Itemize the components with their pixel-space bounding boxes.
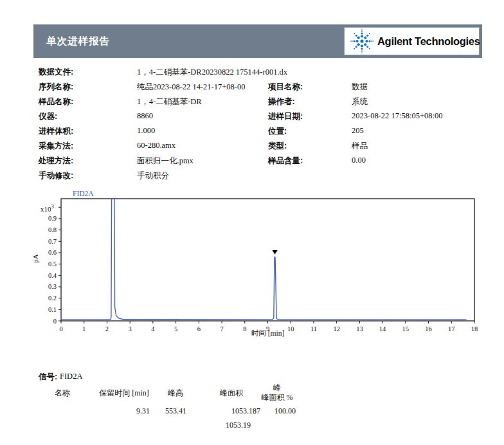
x-axis-title: 时间 [min] — [61, 329, 474, 338]
report-header-bar: 单次进样报告 Agilent Technologi — [33, 24, 482, 58]
value-proc-method: 面积归一化.pmx — [137, 156, 194, 167]
svg-text:0.5: 0.5 — [48, 260, 57, 268]
cell-peak-area-percent: 100.00 — [251, 406, 296, 416]
label-data-file: 数据文件: — [39, 67, 73, 78]
col-header-peak-height: 峰高 — [154, 388, 197, 399]
agilent-logo: Agilent Technologies — [344, 27, 480, 55]
value-operator: 系统 — [352, 96, 368, 107]
col-header-retention-time: 保留时间 [min] — [82, 388, 166, 399]
chromatogram-plot: 012345678910111213141516171800.10.20.30.… — [33, 188, 483, 342]
label-sequence-name: 序列名称: — [39, 82, 73, 93]
svg-text:0.1: 0.1 — [48, 306, 57, 313]
value-instrument: 8860 — [137, 111, 153, 121]
svg-text:0.3: 0.3 — [48, 283, 57, 290]
value-project-name: 数据 — [352, 82, 368, 93]
value-sequence-name: 纯品2023-08-22 14-21-17+08-00 — [137, 82, 246, 93]
report-page: 单次进样报告 Agilent Technologi — [0, 0, 504, 445]
label-operator: 操作者: — [268, 96, 295, 107]
value-sample-name: 1，4-二硝基苯-DR — [137, 96, 202, 107]
col-header-peak-area: 峰面积 — [209, 388, 254, 399]
value-manual-modification: 手动积分 — [137, 170, 169, 181]
value-injection-date: 2023-08-22 17:58:05+08:00 — [352, 111, 442, 121]
label-instrument: 仪器: — [39, 111, 57, 122]
value-data-file: 1，4-二硝基苯-DR20230822 175144-r001.dx — [137, 67, 287, 78]
col-header-name: 名称 — [46, 388, 78, 399]
label-sample-name: 样品名称: — [39, 96, 73, 107]
report-title: 单次进样报告 — [46, 24, 110, 58]
value-type: 样品 — [352, 141, 368, 152]
cell-peak-height: 553.41 — [135, 406, 186, 416]
col-header-peak-area-percent: 峰 峰面积 % — [249, 383, 305, 402]
brand-name: Agilent Technologies — [377, 35, 480, 48]
svg-text:0.7: 0.7 — [48, 238, 57, 245]
label-acq-method: 采集方法: — [39, 141, 73, 152]
label-sample-amount: 样品含量: — [268, 156, 303, 167]
value-injection-volume: 1.000 — [137, 126, 155, 136]
label-injection-volume: 进样体积: — [39, 126, 73, 137]
value-sample-amount: 0.00 — [352, 156, 366, 165]
label-proc-method: 处理方法: — [39, 156, 73, 167]
svg-text:0.4: 0.4 — [48, 272, 57, 279]
cell-peak-area-total: 1053.19 — [204, 421, 251, 430]
label-type: 类型: — [268, 141, 287, 152]
svg-text:0.6: 0.6 — [48, 249, 57, 256]
signal-section-label: 信号: — [39, 372, 57, 383]
svg-text:0.9: 0.9 — [48, 215, 57, 222]
svg-text:0.8: 0.8 — [48, 226, 57, 233]
label-injection-date: 进样日期: — [268, 111, 303, 122]
agilent-spark-icon — [348, 28, 375, 55]
label-manual-modification: 手动修改: — [39, 170, 73, 181]
value-acq-method: 60-280.amx — [137, 141, 176, 150]
label-location: 位置: — [268, 126, 287, 137]
svg-text:0.2: 0.2 — [48, 295, 57, 302]
label-project-name: 项目名称: — [268, 82, 303, 93]
value-location: 205 — [352, 126, 364, 136]
svg-text:0: 0 — [53, 318, 57, 325]
signal-name: FID2A — [60, 372, 82, 381]
